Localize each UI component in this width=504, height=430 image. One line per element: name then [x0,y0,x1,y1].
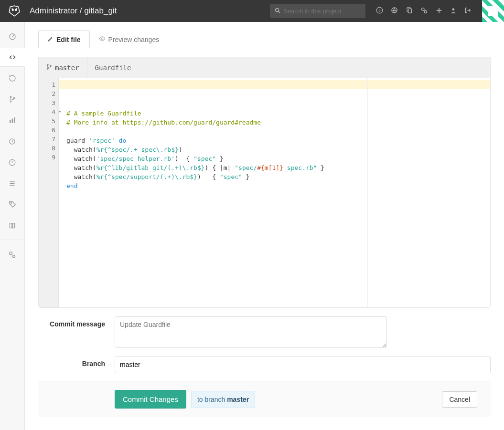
gears-icon[interactable] [420,7,428,16]
print-margin [367,78,368,307]
search-icon [275,7,280,15]
svg-rect-8 [408,9,412,13]
svg-point-30 [13,255,15,257]
project-search[interactable] [270,4,365,18]
svg-point-17 [13,97,15,99]
sidebar-item-clock[interactable] [0,132,25,151]
hint-branch: master [227,396,249,403]
plus-icon[interactable] [436,7,442,15]
svg-text:?: ? [378,9,381,13]
svg-point-9 [422,8,424,10]
tabs: Edit file Preview changes [38,30,491,48]
sidebar-item-dashboard[interactable] [0,27,25,46]
sidebar-item-list[interactable] [0,174,25,193]
svg-rect-19 [11,119,13,123]
tab-edit-label: Edit file [56,36,81,43]
svg-point-10 [424,10,427,13]
pencil-icon [47,36,54,43]
sidebar-item-history[interactable] [0,69,25,88]
action-bar: Commit Changes to branch master Cancel [38,381,491,417]
cancel-button[interactable]: Cancel [442,391,477,408]
sidebar-item-tag[interactable] [0,195,25,214]
svg-point-34 [50,65,52,67]
sidebar-item-graph[interactable] [0,111,25,130]
sidebar-item-issue[interactable] [0,153,25,172]
help-icon[interactable]: ? [376,7,383,15]
target-branch-hint: to branch master [191,391,255,408]
svg-point-16 [10,101,11,102]
sidebar-item-branch[interactable] [0,90,25,109]
branch-input[interactable] [115,356,491,373]
branch-label: Branch [38,356,115,367]
tab-preview-changes[interactable]: Preview changes [90,30,169,48]
sidebar-item-settings[interactable] [0,245,25,264]
globe-icon[interactable] [391,7,398,15]
svg-line-3 [279,11,280,13]
commit-button[interactable]: Commit Changes [115,390,186,409]
svg-point-13 [452,8,455,10]
active-line-highlight [59,80,490,89]
search-input[interactable] [283,8,361,15]
branch-icon [46,63,52,72]
branch-chip[interactable]: master [39,57,87,78]
svg-point-15 [10,96,11,98]
svg-point-29 [10,252,12,254]
svg-point-2 [276,9,279,12]
branch-name: master [55,64,79,72]
topbar: Administrator / gitlab_git ? [0,0,504,22]
tab-edit-file[interactable]: Edit file [38,30,90,48]
editor-header: master Guardfile [39,57,490,78]
code-editor[interactable]: 123456789 # A sample Guardfile# More inf… [39,78,490,307]
svg-point-28 [11,202,11,203]
commit-message-input[interactable] [115,316,387,348]
commit-message-label: Commit message [38,316,115,328]
sidebar [0,22,25,430]
signout-icon[interactable] [464,7,472,15]
svg-rect-18 [10,120,11,123]
tab-preview-label: Preview changes [108,36,160,43]
svg-point-32 [47,64,49,66]
file-name: Guardfile [87,57,139,78]
svg-point-31 [101,38,103,40]
code-area[interactable]: # A sample Guardfile# More info at https… [59,78,490,307]
user-icon[interactable] [450,7,457,15]
main: Edit file Preview changes master Guardfi… [25,22,504,430]
breadcrumb-title[interactable]: Administrator / gitlab_git [30,6,117,16]
eye-icon [99,35,106,43]
line-gutter: 123456789 [39,78,59,307]
avatar[interactable] [482,0,504,22]
copy-icon[interactable] [406,7,413,15]
editor-panel: master Guardfile 123456789 # A sample Gu… [38,57,491,308]
hint-prefix: to branch [197,396,227,403]
commit-form: Commit message Branch [38,316,491,373]
sidebar-item-code[interactable] [0,48,25,67]
svg-rect-20 [14,117,15,123]
svg-rect-23 [12,160,12,163]
gitlab-logo-icon[interactable] [8,4,21,18]
topbar-icons: ? [376,7,472,16]
svg-rect-24 [12,164,12,164]
sidebar-divider [0,240,24,240]
svg-point-33 [47,68,49,70]
sidebar-item-book[interactable] [0,216,25,235]
